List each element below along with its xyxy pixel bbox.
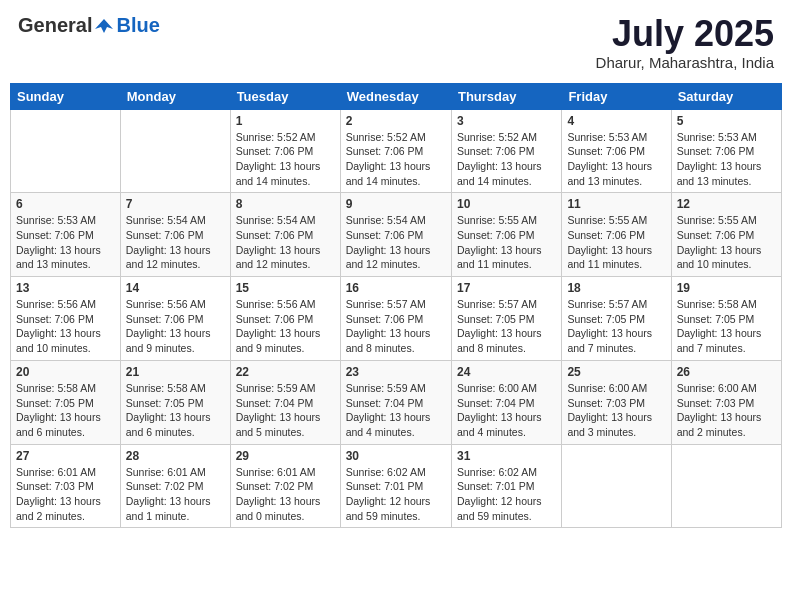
header-friday: Friday (562, 83, 671, 109)
day-number: 8 (236, 197, 335, 211)
day-info: Sunrise: 6:00 AM Sunset: 7:03 PM Dayligh… (567, 381, 665, 440)
day-info: Sunrise: 5:55 AM Sunset: 7:06 PM Dayligh… (457, 213, 556, 272)
day-number: 13 (16, 281, 115, 295)
day-number: 20 (16, 365, 115, 379)
page-header: General Blue July 2025 Dharur, Maharasht… (10, 10, 782, 75)
day-number: 15 (236, 281, 335, 295)
calendar-cell: 17Sunrise: 5:57 AM Sunset: 7:05 PM Dayli… (451, 277, 561, 361)
day-number: 9 (346, 197, 446, 211)
header-wednesday: Wednesday (340, 83, 451, 109)
day-number: 30 (346, 449, 446, 463)
calendar-cell: 30Sunrise: 6:02 AM Sunset: 7:01 PM Dayli… (340, 444, 451, 528)
day-info: Sunrise: 6:00 AM Sunset: 7:04 PM Dayligh… (457, 381, 556, 440)
day-info: Sunrise: 5:54 AM Sunset: 7:06 PM Dayligh… (126, 213, 225, 272)
calendar-week-3: 13Sunrise: 5:56 AM Sunset: 7:06 PM Dayli… (11, 277, 782, 361)
location: Dharur, Maharashtra, India (596, 54, 774, 71)
title-block: July 2025 Dharur, Maharashtra, India (596, 14, 774, 71)
calendar-cell: 19Sunrise: 5:58 AM Sunset: 7:05 PM Dayli… (671, 277, 781, 361)
header-saturday: Saturday (671, 83, 781, 109)
calendar-week-4: 20Sunrise: 5:58 AM Sunset: 7:05 PM Dayli… (11, 360, 782, 444)
day-number: 24 (457, 365, 556, 379)
calendar-cell: 23Sunrise: 5:59 AM Sunset: 7:04 PM Dayli… (340, 360, 451, 444)
calendar-cell: 21Sunrise: 5:58 AM Sunset: 7:05 PM Dayli… (120, 360, 230, 444)
logo-bird-icon (93, 17, 115, 35)
day-number: 23 (346, 365, 446, 379)
calendar-week-5: 27Sunrise: 6:01 AM Sunset: 7:03 PM Dayli… (11, 444, 782, 528)
calendar-cell: 16Sunrise: 5:57 AM Sunset: 7:06 PM Dayli… (340, 277, 451, 361)
calendar-cell: 5Sunrise: 5:53 AM Sunset: 7:06 PM Daylig… (671, 109, 781, 193)
calendar-cell: 7Sunrise: 5:54 AM Sunset: 7:06 PM Daylig… (120, 193, 230, 277)
day-info: Sunrise: 5:58 AM Sunset: 7:05 PM Dayligh… (677, 297, 776, 356)
calendar-cell: 14Sunrise: 5:56 AM Sunset: 7:06 PM Dayli… (120, 277, 230, 361)
day-number: 21 (126, 365, 225, 379)
calendar-cell: 29Sunrise: 6:01 AM Sunset: 7:02 PM Dayli… (230, 444, 340, 528)
calendar-cell: 8Sunrise: 5:54 AM Sunset: 7:06 PM Daylig… (230, 193, 340, 277)
day-info: Sunrise: 6:01 AM Sunset: 7:02 PM Dayligh… (126, 465, 225, 524)
calendar-cell: 15Sunrise: 5:56 AM Sunset: 7:06 PM Dayli… (230, 277, 340, 361)
day-info: Sunrise: 5:55 AM Sunset: 7:06 PM Dayligh… (567, 213, 665, 272)
day-info: Sunrise: 6:02 AM Sunset: 7:01 PM Dayligh… (457, 465, 556, 524)
logo-blue: Blue (116, 14, 159, 37)
day-number: 22 (236, 365, 335, 379)
calendar-cell: 12Sunrise: 5:55 AM Sunset: 7:06 PM Dayli… (671, 193, 781, 277)
header-sunday: Sunday (11, 83, 121, 109)
day-info: Sunrise: 5:52 AM Sunset: 7:06 PM Dayligh… (346, 130, 446, 189)
calendar-cell: 4Sunrise: 5:53 AM Sunset: 7:06 PM Daylig… (562, 109, 671, 193)
calendar-cell: 25Sunrise: 6:00 AM Sunset: 7:03 PM Dayli… (562, 360, 671, 444)
day-info: Sunrise: 5:58 AM Sunset: 7:05 PM Dayligh… (16, 381, 115, 440)
day-info: Sunrise: 5:52 AM Sunset: 7:06 PM Dayligh… (457, 130, 556, 189)
calendar-cell: 28Sunrise: 6:01 AM Sunset: 7:02 PM Dayli… (120, 444, 230, 528)
day-number: 27 (16, 449, 115, 463)
month-title: July 2025 (596, 14, 774, 54)
calendar-cell: 27Sunrise: 6:01 AM Sunset: 7:03 PM Dayli… (11, 444, 121, 528)
day-info: Sunrise: 5:57 AM Sunset: 7:05 PM Dayligh… (567, 297, 665, 356)
day-number: 29 (236, 449, 335, 463)
calendar-cell: 9Sunrise: 5:54 AM Sunset: 7:06 PM Daylig… (340, 193, 451, 277)
header-thursday: Thursday (451, 83, 561, 109)
header-tuesday: Tuesday (230, 83, 340, 109)
day-info: Sunrise: 5:58 AM Sunset: 7:05 PM Dayligh… (126, 381, 225, 440)
day-info: Sunrise: 5:57 AM Sunset: 7:05 PM Dayligh… (457, 297, 556, 356)
day-info: Sunrise: 5:52 AM Sunset: 7:06 PM Dayligh… (236, 130, 335, 189)
day-number: 2 (346, 114, 446, 128)
calendar-cell: 10Sunrise: 5:55 AM Sunset: 7:06 PM Dayli… (451, 193, 561, 277)
day-number: 14 (126, 281, 225, 295)
day-number: 4 (567, 114, 665, 128)
svg-marker-0 (95, 19, 113, 33)
day-number: 25 (567, 365, 665, 379)
calendar-cell: 3Sunrise: 5:52 AM Sunset: 7:06 PM Daylig… (451, 109, 561, 193)
day-number: 7 (126, 197, 225, 211)
day-info: Sunrise: 5:56 AM Sunset: 7:06 PM Dayligh… (16, 297, 115, 356)
calendar-cell: 26Sunrise: 6:00 AM Sunset: 7:03 PM Dayli… (671, 360, 781, 444)
day-info: Sunrise: 5:57 AM Sunset: 7:06 PM Dayligh… (346, 297, 446, 356)
calendar-cell: 31Sunrise: 6:02 AM Sunset: 7:01 PM Dayli… (451, 444, 561, 528)
header-monday: Monday (120, 83, 230, 109)
day-info: Sunrise: 5:53 AM Sunset: 7:06 PM Dayligh… (567, 130, 665, 189)
calendar-cell: 2Sunrise: 5:52 AM Sunset: 7:06 PM Daylig… (340, 109, 451, 193)
calendar-week-2: 6Sunrise: 5:53 AM Sunset: 7:06 PM Daylig… (11, 193, 782, 277)
day-number: 11 (567, 197, 665, 211)
day-info: Sunrise: 5:53 AM Sunset: 7:06 PM Dayligh… (16, 213, 115, 272)
day-number: 1 (236, 114, 335, 128)
day-info: Sunrise: 5:56 AM Sunset: 7:06 PM Dayligh… (126, 297, 225, 356)
day-number: 18 (567, 281, 665, 295)
day-number: 16 (346, 281, 446, 295)
calendar-table: SundayMondayTuesdayWednesdayThursdayFrid… (10, 83, 782, 529)
calendar-cell: 22Sunrise: 5:59 AM Sunset: 7:04 PM Dayli… (230, 360, 340, 444)
day-info: Sunrise: 5:59 AM Sunset: 7:04 PM Dayligh… (236, 381, 335, 440)
calendar-cell: 11Sunrise: 5:55 AM Sunset: 7:06 PM Dayli… (562, 193, 671, 277)
day-number: 3 (457, 114, 556, 128)
calendar-cell: 6Sunrise: 5:53 AM Sunset: 7:06 PM Daylig… (11, 193, 121, 277)
calendar-cell (11, 109, 121, 193)
calendar-cell: 24Sunrise: 6:00 AM Sunset: 7:04 PM Dayli… (451, 360, 561, 444)
day-info: Sunrise: 5:54 AM Sunset: 7:06 PM Dayligh… (346, 213, 446, 272)
day-info: Sunrise: 6:01 AM Sunset: 7:03 PM Dayligh… (16, 465, 115, 524)
day-info: Sunrise: 5:56 AM Sunset: 7:06 PM Dayligh… (236, 297, 335, 356)
calendar-cell: 20Sunrise: 5:58 AM Sunset: 7:05 PM Dayli… (11, 360, 121, 444)
logo: General Blue (18, 14, 160, 37)
day-number: 6 (16, 197, 115, 211)
day-info: Sunrise: 6:00 AM Sunset: 7:03 PM Dayligh… (677, 381, 776, 440)
day-info: Sunrise: 5:54 AM Sunset: 7:06 PM Dayligh… (236, 213, 335, 272)
day-info: Sunrise: 6:02 AM Sunset: 7:01 PM Dayligh… (346, 465, 446, 524)
day-number: 19 (677, 281, 776, 295)
